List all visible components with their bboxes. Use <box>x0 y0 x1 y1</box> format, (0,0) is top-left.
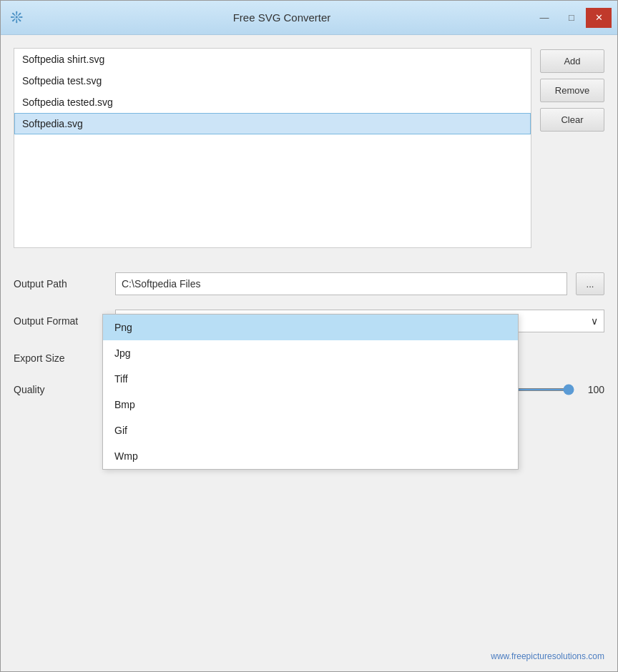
export-size-label: Export Size <box>14 352 107 364</box>
titlebar: ❊ Free SVG Converter — □ ✕ <box>1 1 617 35</box>
dropdown-option-wmp[interactable]: Wmp <box>103 443 518 469</box>
dropdown-option-jpg[interactable]: Jpg <box>103 340 518 366</box>
output-format-label: Output Format <box>14 315 107 327</box>
file-action-buttons: Add Remove Clear <box>540 48 604 248</box>
footer-link[interactable]: www.freepicturesolutions.com <box>491 651 604 661</box>
dropdown-option-bmp[interactable]: Bmp <box>103 392 518 417</box>
main-window: ❊ Free SVG Converter — □ ✕ SOFTPEDIA™ ww… <box>0 0 618 672</box>
clear-button[interactable]: Clear <box>540 108 604 132</box>
window-title: Free SVG Converter <box>32 11 531 24</box>
dropdown-option-tiff[interactable]: Tiff <box>103 366 518 392</box>
output-path-label: Output Path <box>14 278 107 290</box>
list-item[interactable]: Softpedia shirt.svg <box>14 49 531 70</box>
list-item[interactable]: Softpedia tested.svg <box>14 92 531 113</box>
chevron-down-icon: ∨ <box>591 315 598 327</box>
quality-label: Quality <box>14 384 107 395</box>
quality-value: 100 <box>583 384 604 395</box>
list-item[interactable]: Softpedia.svg <box>14 113 531 134</box>
main-content: SOFTPEDIA™ www.softpedia.com Softpedia s… <box>1 35 617 671</box>
add-button[interactable]: Add <box>540 49 604 73</box>
app-icon: ❊ <box>6 8 26 28</box>
remove-button[interactable]: Remove <box>540 79 604 102</box>
maximize-button[interactable]: □ <box>559 8 584 28</box>
file-section: Softpedia shirt.svg Softpedia test.svg S… <box>14 48 604 248</box>
window-controls: — □ ✕ <box>531 8 612 28</box>
list-item[interactable]: Softpedia test.svg <box>14 70 531 92</box>
dropdown-option-png[interactable]: Png <box>103 315 518 340</box>
dropdown-option-gif[interactable]: Gif <box>103 417 518 443</box>
close-button[interactable]: ✕ <box>586 8 612 28</box>
browse-button[interactable]: ... <box>576 272 604 295</box>
format-dropdown-menu: Png Jpg Tiff Bmp Gif Wmp <box>102 314 519 470</box>
minimize-button[interactable]: — <box>531 8 557 28</box>
output-path-row: Output Path ... <box>14 265 604 302</box>
file-list[interactable]: Softpedia shirt.svg Softpedia test.svg S… <box>14 48 531 248</box>
output-path-input[interactable] <box>115 272 567 295</box>
